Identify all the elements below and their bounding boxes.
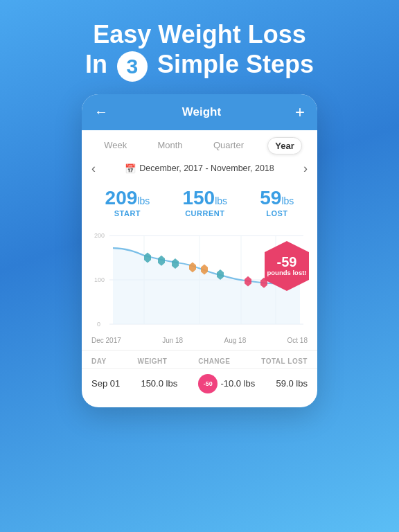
stat-start-label: START [105, 209, 150, 218]
stat-start-value: 209lbs [105, 187, 150, 209]
stat-lost-value: 59lbs [260, 187, 294, 209]
table-header: DAY WEIGHT CHANGE TOTAL LOST [82, 350, 317, 368]
badge-main: -59 [267, 254, 307, 269]
badge-sub: pounds lost! [267, 269, 307, 276]
table-row: Sep 01 150.0 lbs -50 -10.0 lbs 59.0 lbs [82, 368, 317, 396]
tab-week[interactable]: Week [97, 137, 134, 154]
change-value: -10.0 lbs [220, 378, 255, 389]
x-label-oct: Oct 18 [287, 337, 308, 344]
badge-container: -59 pounds lost! [259, 238, 314, 294]
col-change: CHANGE [198, 357, 230, 365]
x-label-dec: Dec 2017 [91, 337, 121, 344]
date-nav: ‹ 📅 December, 2017 - November, 2018 › [82, 159, 317, 181]
col-weight: WEIGHT [137, 357, 167, 365]
app-title: Weight [182, 105, 221, 119]
app-header: ← Weight + [82, 94, 317, 130]
x-axis-labels: Dec 2017 Jun 18 Aug 18 Oct 18 [82, 337, 317, 344]
headline-line2: In 3 Simple Steps [85, 49, 314, 81]
date-range: 📅 December, 2017 - November, 2018 [125, 163, 274, 174]
svg-text:100: 100 [94, 276, 105, 283]
stat-start: 209lbs START [105, 187, 150, 218]
x-label-aug: Aug 18 [224, 337, 247, 344]
phone-card: ← Weight + Week Month Quarter Year ‹ 📅 D… [82, 94, 317, 407]
headline-pre: In [85, 50, 107, 78]
back-button[interactable]: ← [94, 104, 108, 120]
headline-circle: 3 [117, 51, 148, 82]
headline-post: Simple Steps [157, 50, 314, 78]
calendar-icon: 📅 [125, 163, 136, 174]
stat-current: 150lbs CURRENT [182, 187, 227, 218]
row-weight: 150.0 lbs [141, 378, 177, 389]
col-total-lost: TOTAL LOST [261, 357, 308, 365]
change-badge: -50 [198, 374, 218, 393]
headline-line1: Easy Weight Loss [85, 19, 314, 49]
add-button[interactable]: + [295, 103, 305, 122]
row-total-lost: 59.0 lbs [276, 378, 308, 389]
headline: Easy Weight Loss In 3 Simple Steps [85, 19, 314, 82]
next-arrow[interactable]: › [303, 161, 308, 176]
loss-badge: -59 pounds lost! [259, 238, 314, 294]
tab-year[interactable]: Year [267, 137, 301, 154]
chart-area: 200 100 0 [82, 224, 317, 335]
col-day: DAY [91, 357, 107, 365]
row-change: -50 -10.0 lbs [198, 374, 255, 393]
svg-text:200: 200 [94, 232, 105, 239]
tab-row: Week Month Quarter Year [82, 130, 317, 159]
prev-arrow[interactable]: ‹ [91, 161, 96, 176]
svg-text:0: 0 [97, 321, 100, 328]
stat-current-value: 150lbs [182, 187, 227, 209]
tab-month[interactable]: Month [150, 137, 189, 154]
stat-lost: 59lbs LOST [260, 187, 294, 218]
tab-quarter[interactable]: Quarter [206, 137, 251, 154]
row-day: Sep 01 [91, 378, 120, 389]
x-label-jun: Jun 18 [162, 337, 183, 344]
stat-current-label: CURRENT [182, 209, 227, 218]
stats-row: 209lbs START 150lbs CURRENT 59lbs LOST [82, 181, 317, 224]
stat-lost-label: LOST [260, 209, 294, 218]
badge-text: -59 pounds lost! [267, 254, 307, 276]
